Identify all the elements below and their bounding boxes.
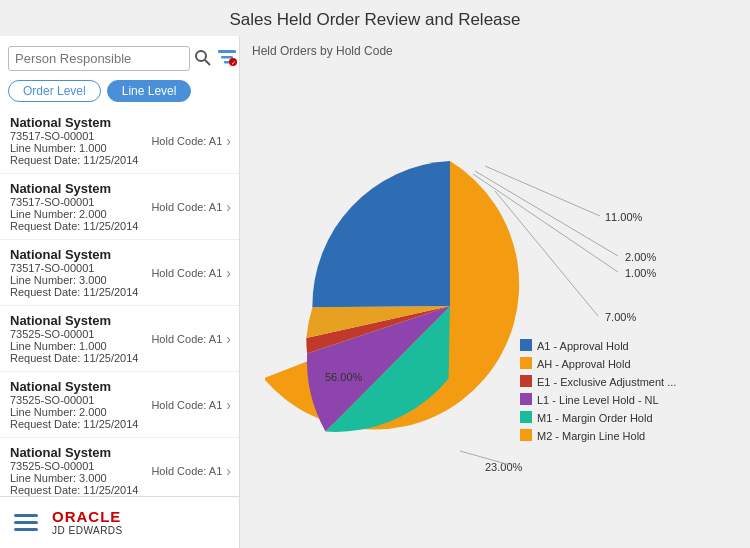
tab-line-level[interactable]: Line Level [107, 80, 192, 102]
order-company: National System [10, 445, 151, 460]
hold-code: Hold Code: A1 [151, 135, 222, 147]
order-item-info: National System 73517-SO-00001 Line Numb… [10, 115, 151, 166]
legend-label-m1: M1 - Margin Order Hold [537, 412, 653, 424]
order-company: National System [10, 313, 151, 328]
order-list: National System 73517-SO-00001 Line Numb… [0, 108, 239, 496]
line-a1 [485, 166, 600, 216]
page-container: Sales Held Order Review and Release [0, 0, 750, 548]
search-icon [194, 49, 212, 67]
oracle-text: ORACLE [52, 509, 123, 526]
order-date: Request Date: 11/25/2014 [10, 220, 151, 232]
chevron-icon: › [226, 463, 231, 479]
legend-color-m1 [520, 411, 532, 423]
order-line: Line Number: 3.000 [10, 472, 151, 484]
legend-label-a1: A1 - Approval Hold [537, 340, 629, 352]
order-number: 73525-SO-00001 [10, 394, 151, 406]
order-item-info: National System 73525-SO-00001 Line Numb… [10, 379, 151, 430]
list-item[interactable]: National System 73517-SO-00001 Line Numb… [0, 108, 239, 174]
search-input[interactable] [8, 46, 190, 71]
label-a1: 11.00% [605, 211, 643, 223]
list-item[interactable]: National System 73525-SO-00001 Line Numb… [0, 306, 239, 372]
hold-code: Hold Code: A1 [151, 333, 222, 345]
filter-button[interactable]: ✓ [216, 44, 238, 72]
list-item[interactable]: National System 73517-SO-00001 Line Numb… [0, 240, 239, 306]
legend-label-ah: AH - Approval Hold [537, 358, 631, 370]
search-button[interactable] [194, 44, 212, 72]
legend-color-e1 [520, 375, 532, 387]
hold-code: Hold Code: A1 [151, 399, 222, 411]
label-m2: 56.00% [325, 371, 363, 383]
svg-text:✓: ✓ [231, 60, 236, 66]
hold-code: Hold Code: A1 [151, 465, 222, 477]
list-item[interactable]: National System 73517-SO-00001 Line Numb… [0, 174, 239, 240]
left-panel: ✓ Order Level Line Level National System… [0, 36, 240, 548]
order-line: Line Number: 1.000 [10, 340, 151, 352]
order-item-info: National System 73517-SO-00001 Line Numb… [10, 247, 151, 298]
legend-color-l1 [520, 393, 532, 405]
order-date: Request Date: 11/25/2014 [10, 418, 151, 430]
legend-color-a1 [520, 339, 532, 351]
order-line: Line Number: 2.000 [10, 406, 151, 418]
page-title: Sales Held Order Review and Release [0, 0, 750, 36]
segment-a1 [312, 161, 450, 307]
chevron-icon: › [226, 397, 231, 413]
filter-icon: ✓ [216, 47, 238, 69]
order-company: National System [10, 379, 151, 394]
order-date: Request Date: 11/25/2014 [10, 352, 151, 364]
legend-color-ah [520, 357, 532, 369]
pie-chart: 11.00% 2.00% 1.00% 7.00% 23.00% 56.00% A… [265, 111, 725, 491]
search-bar: ✓ [0, 36, 239, 76]
order-date: Request Date: 11/25/2014 [10, 484, 151, 496]
svg-rect-3 [221, 56, 233, 59]
order-date: Request Date: 11/25/2014 [10, 286, 151, 298]
svg-rect-2 [218, 50, 236, 53]
order-number: 73525-SO-00001 [10, 328, 151, 340]
chevron-icon: › [226, 331, 231, 347]
order-number: 73525-SO-00001 [10, 460, 151, 472]
label-l1: 7.00% [605, 311, 636, 323]
svg-point-0 [196, 51, 206, 61]
order-number: 73517-SO-00001 [10, 262, 151, 274]
chevron-icon: › [226, 199, 231, 215]
order-line: Line Number: 2.000 [10, 208, 151, 220]
legend-label-m2: M2 - Margin Line Hold [537, 430, 645, 442]
menu-line-2 [14, 521, 38, 524]
order-company: National System [10, 115, 151, 130]
order-item-info: National System 73525-SO-00001 Line Numb… [10, 445, 151, 496]
order-line: Line Number: 1.000 [10, 142, 151, 154]
chart-area: 11.00% 2.00% 1.00% 7.00% 23.00% 56.00% A… [252, 62, 738, 540]
chevron-icon: › [226, 265, 231, 281]
order-line: Line Number: 3.000 [10, 274, 151, 286]
chart-title: Held Orders by Hold Code [252, 44, 738, 58]
jde-text: JD EDWARDS [52, 525, 123, 536]
hold-code: Hold Code: A1 [151, 267, 222, 279]
main-content: ✓ Order Level Line Level National System… [0, 36, 750, 548]
footer: ORACLE JD EDWARDS [0, 496, 239, 548]
chevron-icon: › [226, 133, 231, 149]
oracle-logo: ORACLE JD EDWARDS [52, 509, 123, 537]
label-e1: 1.00% [625, 267, 656, 279]
order-number: 73517-SO-00001 [10, 196, 151, 208]
menu-line-1 [14, 514, 38, 517]
list-item[interactable]: National System 73525-SO-00001 Line Numb… [0, 372, 239, 438]
order-number: 73517-SO-00001 [10, 130, 151, 142]
svg-line-1 [205, 60, 210, 65]
order-date: Request Date: 11/25/2014 [10, 154, 151, 166]
menu-button[interactable] [10, 507, 42, 539]
legend-label-l1: L1 - Line Level Hold - NL [537, 394, 659, 406]
legend-color-m2 [520, 429, 532, 441]
order-item-info: National System 73525-SO-00001 Line Numb… [10, 313, 151, 364]
order-company: National System [10, 181, 151, 196]
order-company: National System [10, 247, 151, 262]
label-ah: 2.00% [625, 251, 656, 263]
right-panel: Held Orders by Hold Code [240, 36, 750, 548]
tab-order-level[interactable]: Order Level [8, 80, 101, 102]
list-item[interactable]: National System 73525-SO-00001 Line Numb… [0, 438, 239, 496]
order-item-info: National System 73517-SO-00001 Line Numb… [10, 181, 151, 232]
menu-line-3 [14, 528, 38, 531]
hold-code: Hold Code: A1 [151, 201, 222, 213]
legend-label-e1: E1 - Exclusive Adjustment ... [537, 376, 676, 388]
tab-row: Order Level Line Level [0, 76, 239, 108]
